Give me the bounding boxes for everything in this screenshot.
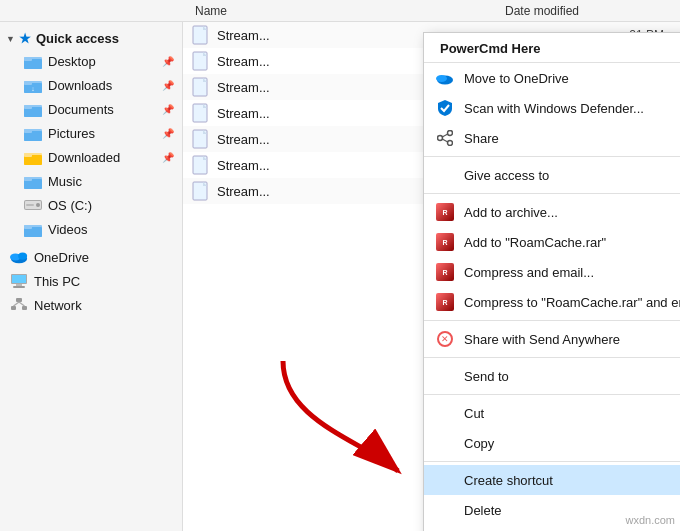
quick-access-icon: ★ xyxy=(19,31,31,46)
ctx-item-copy[interactable]: Copy xyxy=(424,428,680,458)
ctx-separator-4 xyxy=(424,357,680,358)
videos-icon xyxy=(24,220,42,238)
ctx-item-create-shortcut[interactable]: Create shortcut xyxy=(424,465,680,495)
ctx-item-share-anywhere[interactable]: ✕ Share with Send Anywhere xyxy=(424,324,680,354)
svg-point-61 xyxy=(448,131,453,136)
svg-rect-34 xyxy=(11,306,16,310)
sidebar-item-music[interactable]: Music xyxy=(0,169,182,193)
chevron-down-icon: ▼ xyxy=(6,34,15,44)
file-icon xyxy=(191,103,211,123)
sidebar-section-quick-access[interactable]: ▼ ★ Quick access xyxy=(0,26,182,49)
svg-point-28 xyxy=(18,253,27,260)
share-icon xyxy=(434,128,456,148)
arrow-annotation xyxy=(243,341,443,501)
context-menu: PowerCmd Here Move to OneDrive Scan with… xyxy=(423,32,680,531)
ctx-label-delete: Delete xyxy=(464,503,502,518)
ctx-label-scan-defender: Scan with Windows Defender... xyxy=(464,101,644,116)
give-access-icon xyxy=(434,165,456,185)
sidebar-label-os-c: OS (C:) xyxy=(48,198,92,213)
svg-point-21 xyxy=(36,203,40,207)
documents-icon xyxy=(24,100,42,118)
ctx-label-add-roamcache: Add to "RoamCache.rar" xyxy=(464,235,606,250)
svg-rect-33 xyxy=(16,298,22,302)
sidebar-item-network[interactable]: Network xyxy=(0,293,182,317)
sidebar-label-network: Network xyxy=(34,298,82,313)
ctx-item-share[interactable]: Share xyxy=(424,123,680,153)
sidebar-label-thispc: This PC xyxy=(34,274,80,289)
ctx-item-scan-defender[interactable]: Scan with Windows Defender... xyxy=(424,93,680,123)
quick-access-label: Quick access xyxy=(36,31,119,46)
svg-rect-12 xyxy=(24,129,32,133)
defender-icon xyxy=(434,98,456,118)
shortcut-icon xyxy=(434,470,456,490)
sidebar-label-downloaded: Downloaded xyxy=(48,150,120,165)
sidebar-item-videos[interactable]: Videos xyxy=(0,217,182,241)
ctx-item-add-archive[interactable]: R Add to archive... xyxy=(424,197,680,227)
music-icon xyxy=(24,172,42,190)
ctx-separator-5 xyxy=(424,394,680,395)
rar-icon-2: R xyxy=(434,232,456,252)
ctx-label-share: Share xyxy=(464,131,499,146)
onedrive-icon xyxy=(10,248,28,266)
drive-icon xyxy=(24,196,42,214)
ctx-item-move-onedrive[interactable]: Move to OneDrive xyxy=(424,63,680,93)
ctx-label-give-access: Give access to xyxy=(464,168,549,183)
sidebar-item-downloaded[interactable]: Downloaded 📌 xyxy=(0,145,182,169)
sidebar-label-desktop: Desktop xyxy=(48,54,96,69)
onedrive-ctx-icon xyxy=(434,68,456,88)
col-name-header[interactable]: Name xyxy=(185,4,505,18)
ctx-item-compress-email[interactable]: R Compress and email... xyxy=(424,257,680,287)
ctx-item-delete[interactable]: Delete xyxy=(424,495,680,525)
send-to-icon xyxy=(434,366,456,386)
ctx-label-cut: Cut xyxy=(464,406,484,421)
file-list: Stream... ...21 PM Stream... ...21 PM St… xyxy=(183,22,680,531)
sidebar-item-documents[interactable]: Documents 📌 xyxy=(0,97,182,121)
sidebar: ▼ ★ Quick access Desktop 📌 ↓ Downloads 📌… xyxy=(0,22,183,531)
col-date-header: Date modified xyxy=(505,4,680,18)
ctx-label-create-shortcut: Create shortcut xyxy=(464,473,553,488)
ctx-label-compress-roam-email: Compress to "RoamCache.rar" and email xyxy=(464,295,680,310)
file-icon xyxy=(191,181,211,201)
svg-point-62 xyxy=(448,141,453,146)
svg-line-65 xyxy=(442,139,448,142)
sidebar-item-thispc[interactable]: This PC xyxy=(0,269,182,293)
sidebar-label-music: Music xyxy=(48,174,82,189)
sidebar-item-onedrive[interactable]: OneDrive xyxy=(0,245,182,269)
column-headers: Name Date modified xyxy=(0,0,680,22)
pictures-icon xyxy=(24,124,42,142)
pin-icon: 📌 xyxy=(162,56,174,67)
ctx-item-add-roamcache[interactable]: R Add to "RoamCache.rar" xyxy=(424,227,680,257)
ctx-label-move-onedrive: Move to OneDrive xyxy=(464,71,569,86)
ctx-item-send-to[interactable]: Send to ▶ xyxy=(424,361,680,391)
rar-icon-1: R xyxy=(434,202,456,222)
svg-line-64 xyxy=(442,134,448,137)
rar-icon-4: R xyxy=(434,292,456,312)
file-icon xyxy=(191,155,211,175)
ctx-separator-3 xyxy=(424,320,680,321)
context-menu-header: PowerCmd Here xyxy=(424,33,680,63)
ctx-item-rename[interactable]: Rename xyxy=(424,525,680,531)
ctx-separator-6 xyxy=(424,461,680,462)
folder-icon xyxy=(24,52,42,70)
ctx-item-give-access[interactable]: Give access to ▶ xyxy=(424,160,680,190)
ctx-separator-2 xyxy=(424,193,680,194)
ctx-separator-1 xyxy=(424,156,680,157)
ctx-item-cut[interactable]: Cut xyxy=(424,398,680,428)
svg-text:↓: ↓ xyxy=(31,85,35,92)
sidebar-label-onedrive: OneDrive xyxy=(34,250,89,265)
sidebar-item-os-c[interactable]: OS (C:) xyxy=(0,193,182,217)
svg-rect-22 xyxy=(26,204,34,206)
ctx-item-compress-roam-email[interactable]: R Compress to "RoamCache.rar" and email xyxy=(424,287,680,317)
svg-line-36 xyxy=(14,302,20,306)
sidebar-item-downloads[interactable]: ↓ Downloads 📌 xyxy=(0,73,182,97)
svg-rect-30 xyxy=(12,275,26,283)
downloaded-folder-icon xyxy=(24,148,42,166)
ctx-label-compress-email: Compress and email... xyxy=(464,265,594,280)
sidebar-item-pictures[interactable]: Pictures 📌 xyxy=(0,121,182,145)
ctx-label-share-anywhere: Share with Send Anywhere xyxy=(464,332,620,347)
send-anywhere-icon: ✕ xyxy=(434,329,456,349)
svg-rect-18 xyxy=(24,177,32,181)
cut-icon xyxy=(434,403,456,423)
sidebar-item-desktop[interactable]: Desktop 📌 xyxy=(0,49,182,73)
delete-icon xyxy=(434,500,456,520)
